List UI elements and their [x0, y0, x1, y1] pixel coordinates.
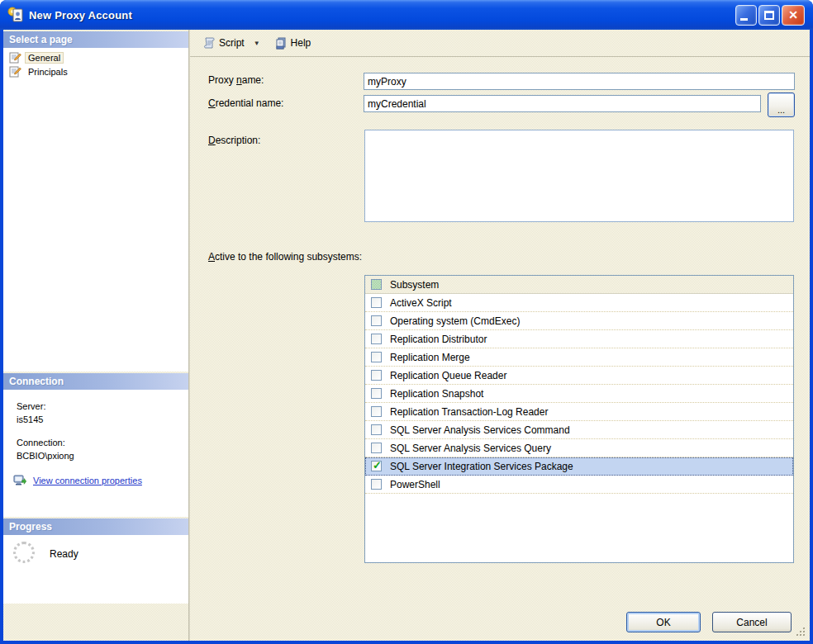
resize-grip-icon[interactable] — [795, 626, 806, 637]
subsystem-row[interactable]: SQL Server Integration Services Package — [365, 457, 793, 476]
description-label: Description: — [208, 135, 260, 146]
cancel-button[interactable]: Cancel — [712, 612, 792, 632]
credential-name-label: Credential name: — [208, 97, 283, 109]
help-button[interactable]: Help — [270, 34, 316, 52]
sidebar-item-general[interactable]: General — [3, 50, 188, 64]
script-dropdown-icon[interactable]: ▼ — [254, 40, 260, 47]
checkbox-checked-icon[interactable] — [371, 461, 382, 471]
browse-credential-button[interactable]: ... — [768, 92, 795, 117]
progress-panel: Ready — [3, 535, 188, 604]
server-value: is5145 — [17, 413, 188, 426]
script-button-label: Script — [219, 37, 245, 49]
window-title: New Proxy Account — [29, 9, 132, 21]
maximize-icon — [764, 11, 774, 20]
subsystem-row[interactable]: Replication Merge — [365, 348, 793, 367]
new-proxy-account-dialog: New Proxy Account ✕ Select a page — [0, 0, 813, 644]
subsystem-row[interactable]: Replication Snapshot — [365, 385, 793, 403]
pages-panel: General Principals — [3, 48, 188, 372]
subsystems-label: Active to the following subsystems: — [208, 251, 362, 263]
sidebar-item-principals[interactable]: Principals — [3, 64, 188, 78]
subsystem-label: Operating system (CmdExec) — [390, 315, 520, 327]
dialog-body: Select a page General — [3, 30, 810, 641]
page-icon — [8, 65, 21, 78]
subsystem-label: ActiveX Script — [390, 297, 452, 309]
maximize-button[interactable] — [758, 5, 780, 26]
checkbox-unchecked-icon[interactable] — [371, 297, 382, 308]
select-a-page-header: Select a page — [3, 31, 188, 48]
checkbox-unchecked-icon[interactable] — [371, 315, 382, 326]
help-icon — [274, 36, 288, 50]
proxy-name-label: Proxy name: — [208, 74, 264, 86]
close-button[interactable]: ✕ — [782, 5, 805, 26]
subsystem-label: Replication Distributor — [390, 334, 487, 345]
help-button-label: Help — [291, 37, 311, 49]
checkbox-unchecked-icon[interactable] — [371, 370, 382, 381]
ok-button[interactable]: OK — [626, 612, 701, 632]
description-input[interactable] — [364, 130, 794, 222]
subsystem-row[interactable]: PowerShell — [365, 476, 793, 494]
subsystem-row[interactable]: ActiveX Script — [365, 294, 793, 312]
subsystem-row[interactable]: Operating system (CmdExec) — [365, 312, 793, 330]
script-button[interactable]: Script — [198, 34, 249, 52]
connection-properties-icon — [13, 474, 26, 487]
subsystem-label: Replication Transaction-Log Reader — [390, 406, 548, 418]
view-connection-properties-link[interactable]: View connection properties — [33, 474, 142, 487]
connection-header: Connection — [3, 373, 188, 390]
subsystem-row[interactable]: SQL Server Analysis Services Command — [365, 421, 793, 439]
subsystem-label: PowerShell — [390, 479, 440, 490]
subsystems-rows: ActiveX ScriptOperating system (CmdExec)… — [365, 294, 793, 494]
checkbox-unchecked-icon[interactable] — [371, 334, 382, 344]
checkbox-unchecked-icon[interactable] — [371, 388, 382, 399]
subsystem-row[interactable]: Replication Queue Reader — [365, 367, 793, 385]
page-icon — [8, 51, 21, 64]
subsystem-label: Replication Snapshot — [390, 388, 483, 400]
minimize-icon — [740, 18, 748, 21]
subsystem-label: Replication Merge — [390, 352, 470, 363]
select-all-checkbox[interactable] — [371, 279, 382, 290]
subsystem-label: SQL Server Integration Services Package — [390, 461, 573, 472]
subsystem-row[interactable]: Replication Transaction-Log Reader — [365, 403, 793, 421]
window-controls: ✕ — [735, 5, 805, 26]
credential-name-input[interactable] — [364, 95, 761, 112]
sidebar: Select a page General — [3, 30, 188, 641]
progress-status: Ready — [50, 548, 78, 560]
toolbar: Script ▼ Help — [190, 30, 810, 57]
connection-label: Connection: — [17, 436, 188, 449]
progress-header-label: Progress — [9, 521, 52, 533]
main-pane: Script ▼ Help — [190, 30, 810, 641]
script-icon — [202, 36, 216, 50]
subsystem-row[interactable]: Replication Distributor — [365, 330, 793, 348]
proxy-name-input[interactable] — [364, 73, 795, 90]
connection-panel: Server: is5145 Connection: BCBIO\pxiong — [3, 390, 188, 517]
subsystems-column-header: Subsystem — [390, 279, 439, 291]
subsystem-row[interactable]: SQL Server Analysis Services Query — [365, 439, 793, 457]
progress-header: Progress — [3, 519, 188, 535]
checkbox-unchecked-icon[interactable] — [371, 479, 382, 490]
minimize-button[interactable] — [735, 5, 757, 26]
server-label: Server: — [17, 400, 188, 413]
checkbox-unchecked-icon[interactable] — [371, 443, 382, 453]
close-icon: ✕ — [788, 8, 798, 21]
checkbox-unchecked-icon[interactable] — [371, 424, 382, 435]
subsystems-list: Subsystem ActiveX ScriptOperating system… — [364, 275, 794, 563]
subsystem-label: Replication Queue Reader — [390, 370, 506, 381]
spinner-icon — [13, 542, 35, 563]
connection-header-label: Connection — [9, 376, 64, 387]
select-a-page-header-label: Select a page — [9, 34, 73, 45]
sidebar-item-label: Principals — [26, 67, 70, 77]
subsystem-label: SQL Server Analysis Services Command — [390, 424, 570, 436]
checkbox-unchecked-icon[interactable] — [371, 406, 382, 417]
window-icon — [7, 7, 24, 23]
subsystems-list-header: Subsystem — [365, 276, 793, 294]
titlebar[interactable]: New Proxy Account ✕ — [0, 0, 813, 30]
sidebar-item-label: General — [26, 53, 63, 63]
checkbox-unchecked-icon[interactable] — [371, 352, 382, 362]
connection-value: BCBIO\pxiong — [17, 449, 188, 462]
subsystem-label: SQL Server Analysis Services Query — [390, 443, 551, 454]
